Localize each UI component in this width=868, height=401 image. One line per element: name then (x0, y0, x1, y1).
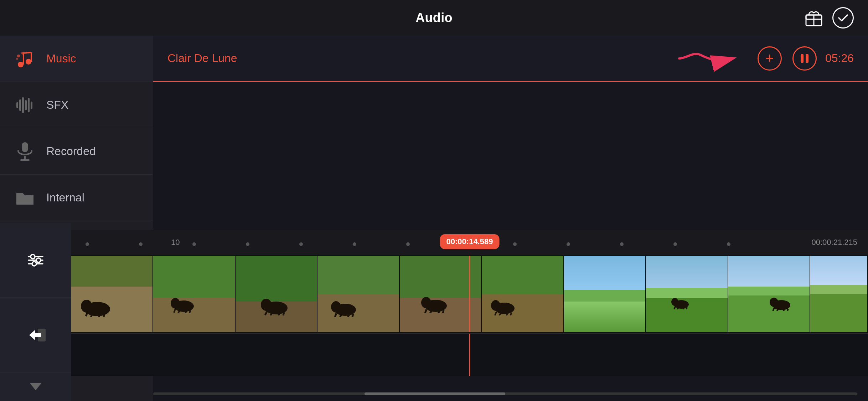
video-frame-7 (564, 256, 646, 332)
svg-line-52 (335, 313, 336, 317)
svg-point-57 (421, 297, 431, 308)
ruler-dot (673, 242, 677, 246)
sidebar-item-sfx[interactable]: SFX (0, 82, 153, 128)
duration-display: 05:26 (825, 52, 854, 65)
svg-line-71 (677, 308, 678, 309)
svg-rect-14 (25, 100, 27, 110)
svg-line-78 (783, 309, 785, 311)
ruler-dot (246, 242, 249, 246)
ruler-dot (406, 242, 410, 246)
sfx-icon (14, 94, 36, 116)
scrollbar-thumb (365, 392, 505, 395)
svg-line-73 (686, 307, 687, 309)
timeline-content: 10 00:00:14.589 00:00:21.215 (71, 230, 868, 401)
scrollbar-track (153, 392, 857, 395)
svg-marker-31 (30, 383, 41, 390)
svg-line-65 (499, 313, 501, 315)
video-frame-4 (317, 256, 399, 332)
export-button[interactable] (0, 298, 71, 372)
video-frame-2 (153, 256, 235, 332)
timeline-ruler: 10 00:00:14.589 00:00:21.215 (71, 230, 868, 255)
video-frame-8 (646, 256, 728, 332)
ruler-dot (353, 242, 356, 246)
svg-line-64 (495, 312, 496, 315)
svg-point-63 (491, 300, 500, 311)
svg-point-28 (32, 262, 36, 266)
ruler-dot (567, 242, 570, 246)
playhead-ext (469, 334, 470, 376)
left-tools (0, 223, 71, 401)
svg-point-4 (26, 59, 31, 65)
sidebar-item-music[interactable]: Music (0, 36, 153, 82)
ruler-dot (139, 242, 143, 246)
page-title: Audio (415, 10, 452, 25)
svg-point-10 (16, 58, 18, 60)
svg-point-27 (36, 258, 41, 262)
sidebar-item-sfx-label: SFX (46, 98, 68, 112)
sidebar-item-recorded[interactable]: Recorded (0, 128, 153, 175)
ruler-label-10: 10 (171, 238, 180, 247)
playhead (469, 256, 470, 332)
svg-point-69 (671, 298, 678, 306)
end-time-label: 00:00:21.215 (812, 238, 857, 247)
svg-point-51 (331, 301, 341, 313)
svg-line-58 (425, 309, 427, 313)
svg-rect-22 (806, 54, 808, 63)
selected-track-title: Clair De Lune (167, 52, 672, 65)
svg-point-75 (770, 298, 778, 307)
svg-line-59 (430, 311, 432, 313)
svg-line-53 (340, 315, 341, 317)
header: Audio (0, 0, 868, 36)
music-icon (14, 48, 36, 70)
sidebar-item-recorded-label: Recorded (46, 145, 96, 158)
ruler-dot (86, 242, 89, 246)
ruler-dot (192, 242, 196, 246)
svg-rect-16 (31, 102, 32, 109)
arrow-indicator (672, 44, 750, 73)
svg-line-60 (438, 311, 440, 313)
svg-point-26 (31, 255, 35, 259)
svg-line-48 (278, 313, 280, 315)
store-button[interactable] (804, 8, 824, 28)
svg-line-72 (683, 308, 684, 309)
svg-line-54 (348, 315, 349, 317)
svg-line-67 (511, 313, 511, 315)
svg-line-37 (104, 313, 104, 317)
svg-line-40 (174, 309, 175, 313)
adjust-button[interactable] (0, 223, 71, 298)
svg-point-45 (261, 299, 272, 311)
video-frame-10 (810, 256, 868, 332)
svg-line-34 (86, 313, 87, 316)
folder-icon (14, 187, 36, 209)
video-frame-1 (71, 256, 153, 332)
svg-rect-15 (28, 98, 30, 112)
svg-line-46 (265, 312, 267, 315)
sidebar-item-internal[interactable]: Internal (0, 175, 153, 221)
svg-line-79 (787, 309, 788, 311)
svg-line-61 (443, 310, 444, 313)
video-strip (71, 255, 868, 333)
mic-icon (14, 141, 36, 162)
svg-rect-11 (16, 102, 18, 108)
done-button[interactable] (832, 7, 854, 29)
svg-line-55 (352, 314, 353, 317)
music-row: Clair De Lune + (153, 36, 868, 82)
svg-line-49 (283, 312, 284, 315)
empty-track-row (71, 333, 868, 376)
svg-point-3 (18, 62, 24, 67)
video-frame-6 (482, 256, 564, 332)
svg-point-9 (21, 52, 24, 55)
ruler-dot (620, 242, 624, 246)
video-frame-3 (236, 256, 317, 332)
svg-rect-17 (22, 142, 28, 152)
svg-line-70 (674, 307, 675, 309)
svg-line-43 (190, 310, 190, 313)
add-button[interactable]: + (758, 46, 782, 71)
svg-point-8 (17, 55, 20, 57)
svg-line-76 (773, 308, 774, 311)
svg-line-77 (777, 309, 778, 311)
ruler-dot (727, 242, 730, 246)
sidebar-item-music-label: Music (46, 52, 76, 65)
scrollbar[interactable] (143, 390, 868, 397)
pause-button[interactable] (792, 46, 817, 71)
